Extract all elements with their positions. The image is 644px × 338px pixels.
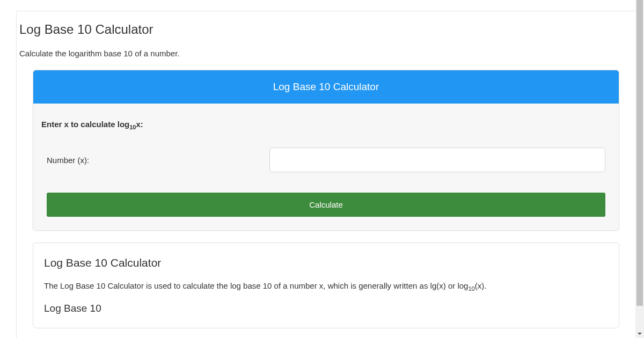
calculator-header: Log Base 10 Calculator: [33, 70, 619, 104]
calculator-body: Enter x to calculate log10x: Number (x):…: [33, 104, 619, 230]
page-subtitle: Calculate the logarithm base 10 of a num…: [17, 37, 635, 58]
info-text-sub: 10: [468, 285, 474, 292]
page-title: Log Base 10 Calculator: [17, 11, 635, 37]
prompt-sub: 10: [129, 124, 136, 130]
info-text-prefix: The Log Base 10 Calculator is used to ca…: [44, 281, 468, 290]
info-card: Log Base 10 Calculator The Log Base 10 C…: [33, 243, 619, 328]
scrollbar-track[interactable]: [635, 0, 644, 338]
calculator-prompt: Enter x to calculate log10x:: [41, 120, 611, 130]
calculator-card: Log Base 10 Calculator Enter x to calcul…: [33, 70, 619, 231]
info-subheading: Log Base 10: [44, 303, 608, 314]
info-text: The Log Base 10 Calculator is used to ca…: [44, 281, 608, 292]
calculate-button[interactable]: Calculate: [47, 193, 605, 217]
input-row: Number (x):: [41, 148, 611, 172]
scrollbar-thumb[interactable]: [636, 0, 643, 306]
number-label: Number (x):: [47, 156, 269, 165]
main-container: Log Base 10 Calculator Calculate the log…: [16, 11, 636, 338]
info-text-suffix: (x).: [475, 281, 487, 290]
scrollbar-down-arrow-icon[interactable]: [635, 329, 644, 338]
prompt-prefix: Enter x to calculate log: [41, 120, 129, 129]
number-input[interactable]: [269, 148, 605, 172]
prompt-suffix: x:: [136, 120, 143, 129]
info-heading: Log Base 10 Calculator: [44, 256, 608, 269]
